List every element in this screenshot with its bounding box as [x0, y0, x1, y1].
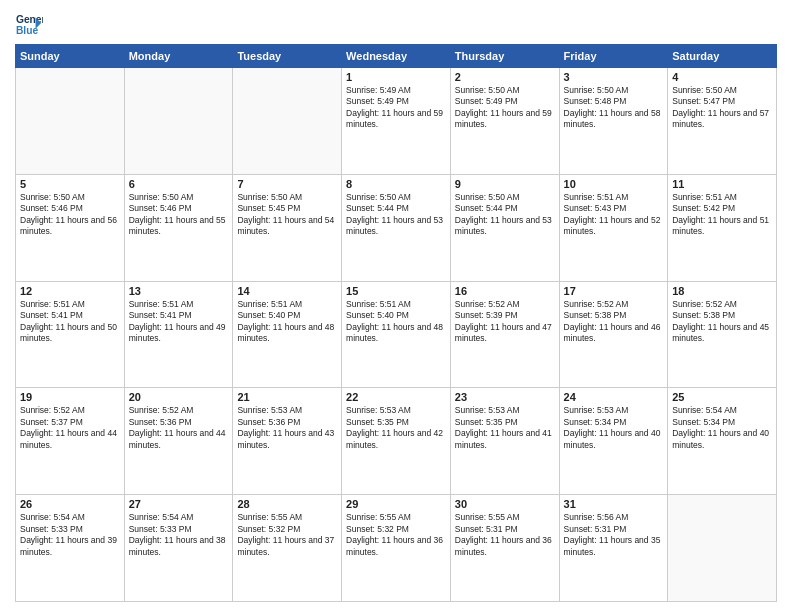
calendar-cell: 9Sunrise: 5:50 AM Sunset: 5:44 PM Daylig…	[450, 174, 559, 281]
day-detail: Sunrise: 5:52 AM Sunset: 5:38 PM Dayligh…	[564, 299, 664, 345]
calendar-table: SundayMondayTuesdayWednesdayThursdayFrid…	[15, 44, 777, 602]
svg-text:Blue: Blue	[16, 25, 39, 36]
day-detail: Sunrise: 5:50 AM Sunset: 5:44 PM Dayligh…	[455, 192, 555, 238]
day-number: 27	[129, 498, 229, 510]
day-number: 9	[455, 178, 555, 190]
day-detail: Sunrise: 5:50 AM Sunset: 5:49 PM Dayligh…	[455, 85, 555, 131]
header: General Blue	[15, 10, 777, 38]
calendar-cell	[124, 68, 233, 175]
calendar-cell: 13Sunrise: 5:51 AM Sunset: 5:41 PM Dayli…	[124, 281, 233, 388]
calendar-cell: 18Sunrise: 5:52 AM Sunset: 5:38 PM Dayli…	[668, 281, 777, 388]
day-detail: Sunrise: 5:54 AM Sunset: 5:33 PM Dayligh…	[129, 512, 229, 558]
day-detail: Sunrise: 5:50 AM Sunset: 5:48 PM Dayligh…	[564, 85, 664, 131]
calendar-cell: 23Sunrise: 5:53 AM Sunset: 5:35 PM Dayli…	[450, 388, 559, 495]
logo-icon: General Blue	[15, 10, 43, 38]
day-number: 20	[129, 391, 229, 403]
day-detail: Sunrise: 5:50 AM Sunset: 5:45 PM Dayligh…	[237, 192, 337, 238]
day-detail: Sunrise: 5:54 AM Sunset: 5:33 PM Dayligh…	[20, 512, 120, 558]
day-number: 19	[20, 391, 120, 403]
day-number: 6	[129, 178, 229, 190]
weekday-header-tuesday: Tuesday	[233, 45, 342, 68]
weekday-header-friday: Friday	[559, 45, 668, 68]
day-number: 31	[564, 498, 664, 510]
calendar-cell: 21Sunrise: 5:53 AM Sunset: 5:36 PM Dayli…	[233, 388, 342, 495]
weekday-header-sunday: Sunday	[16, 45, 125, 68]
day-detail: Sunrise: 5:51 AM Sunset: 5:40 PM Dayligh…	[237, 299, 337, 345]
calendar-cell: 14Sunrise: 5:51 AM Sunset: 5:40 PM Dayli…	[233, 281, 342, 388]
day-number: 4	[672, 71, 772, 83]
day-detail: Sunrise: 5:51 AM Sunset: 5:43 PM Dayligh…	[564, 192, 664, 238]
day-number: 17	[564, 285, 664, 297]
calendar-cell	[16, 68, 125, 175]
day-number: 23	[455, 391, 555, 403]
calendar-cell: 15Sunrise: 5:51 AM Sunset: 5:40 PM Dayli…	[342, 281, 451, 388]
day-detail: Sunrise: 5:53 AM Sunset: 5:34 PM Dayligh…	[564, 405, 664, 451]
weekday-header-row: SundayMondayTuesdayWednesdayThursdayFrid…	[16, 45, 777, 68]
day-number: 12	[20, 285, 120, 297]
calendar-cell: 24Sunrise: 5:53 AM Sunset: 5:34 PM Dayli…	[559, 388, 668, 495]
calendar-cell: 4Sunrise: 5:50 AM Sunset: 5:47 PM Daylig…	[668, 68, 777, 175]
calendar-cell: 28Sunrise: 5:55 AM Sunset: 5:32 PM Dayli…	[233, 495, 342, 602]
day-number: 8	[346, 178, 446, 190]
day-number: 11	[672, 178, 772, 190]
day-number: 13	[129, 285, 229, 297]
calendar-cell: 2Sunrise: 5:50 AM Sunset: 5:49 PM Daylig…	[450, 68, 559, 175]
calendar-cell	[668, 495, 777, 602]
calendar-cell: 20Sunrise: 5:52 AM Sunset: 5:36 PM Dayli…	[124, 388, 233, 495]
day-detail: Sunrise: 5:51 AM Sunset: 5:40 PM Dayligh…	[346, 299, 446, 345]
day-number: 26	[20, 498, 120, 510]
day-number: 18	[672, 285, 772, 297]
day-detail: Sunrise: 5:54 AM Sunset: 5:34 PM Dayligh…	[672, 405, 772, 451]
calendar-cell: 6Sunrise: 5:50 AM Sunset: 5:46 PM Daylig…	[124, 174, 233, 281]
day-detail: Sunrise: 5:51 AM Sunset: 5:41 PM Dayligh…	[129, 299, 229, 345]
day-detail: Sunrise: 5:55 AM Sunset: 5:32 PM Dayligh…	[237, 512, 337, 558]
logo: General Blue	[15, 10, 43, 38]
day-detail: Sunrise: 5:52 AM Sunset: 5:37 PM Dayligh…	[20, 405, 120, 451]
calendar-week-1: 1Sunrise: 5:49 AM Sunset: 5:49 PM Daylig…	[16, 68, 777, 175]
day-number: 10	[564, 178, 664, 190]
day-number: 22	[346, 391, 446, 403]
calendar-cell: 1Sunrise: 5:49 AM Sunset: 5:49 PM Daylig…	[342, 68, 451, 175]
calendar-cell: 26Sunrise: 5:54 AM Sunset: 5:33 PM Dayli…	[16, 495, 125, 602]
calendar-cell: 16Sunrise: 5:52 AM Sunset: 5:39 PM Dayli…	[450, 281, 559, 388]
day-detail: Sunrise: 5:52 AM Sunset: 5:36 PM Dayligh…	[129, 405, 229, 451]
calendar-cell: 7Sunrise: 5:50 AM Sunset: 5:45 PM Daylig…	[233, 174, 342, 281]
calendar-cell: 8Sunrise: 5:50 AM Sunset: 5:44 PM Daylig…	[342, 174, 451, 281]
day-number: 15	[346, 285, 446, 297]
day-number: 3	[564, 71, 664, 83]
day-number: 21	[237, 391, 337, 403]
calendar-week-4: 19Sunrise: 5:52 AM Sunset: 5:37 PM Dayli…	[16, 388, 777, 495]
calendar-cell: 25Sunrise: 5:54 AM Sunset: 5:34 PM Dayli…	[668, 388, 777, 495]
day-detail: Sunrise: 5:53 AM Sunset: 5:36 PM Dayligh…	[237, 405, 337, 451]
day-number: 14	[237, 285, 337, 297]
calendar-cell: 22Sunrise: 5:53 AM Sunset: 5:35 PM Dayli…	[342, 388, 451, 495]
calendar-week-2: 5Sunrise: 5:50 AM Sunset: 5:46 PM Daylig…	[16, 174, 777, 281]
day-detail: Sunrise: 5:50 AM Sunset: 5:47 PM Dayligh…	[672, 85, 772, 131]
day-detail: Sunrise: 5:50 AM Sunset: 5:46 PM Dayligh…	[129, 192, 229, 238]
calendar-cell: 29Sunrise: 5:55 AM Sunset: 5:32 PM Dayli…	[342, 495, 451, 602]
calendar-cell: 31Sunrise: 5:56 AM Sunset: 5:31 PM Dayli…	[559, 495, 668, 602]
weekday-header-wednesday: Wednesday	[342, 45, 451, 68]
day-detail: Sunrise: 5:51 AM Sunset: 5:41 PM Dayligh…	[20, 299, 120, 345]
day-detail: Sunrise: 5:49 AM Sunset: 5:49 PM Dayligh…	[346, 85, 446, 131]
day-number: 2	[455, 71, 555, 83]
day-detail: Sunrise: 5:50 AM Sunset: 5:44 PM Dayligh…	[346, 192, 446, 238]
day-detail: Sunrise: 5:52 AM Sunset: 5:38 PM Dayligh…	[672, 299, 772, 345]
day-number: 30	[455, 498, 555, 510]
calendar-cell: 5Sunrise: 5:50 AM Sunset: 5:46 PM Daylig…	[16, 174, 125, 281]
calendar-week-5: 26Sunrise: 5:54 AM Sunset: 5:33 PM Dayli…	[16, 495, 777, 602]
day-number: 24	[564, 391, 664, 403]
day-detail: Sunrise: 5:53 AM Sunset: 5:35 PM Dayligh…	[455, 405, 555, 451]
calendar-cell: 3Sunrise: 5:50 AM Sunset: 5:48 PM Daylig…	[559, 68, 668, 175]
calendar-cell: 17Sunrise: 5:52 AM Sunset: 5:38 PM Dayli…	[559, 281, 668, 388]
calendar-cell: 12Sunrise: 5:51 AM Sunset: 5:41 PM Dayli…	[16, 281, 125, 388]
calendar-cell: 11Sunrise: 5:51 AM Sunset: 5:42 PM Dayli…	[668, 174, 777, 281]
day-number: 1	[346, 71, 446, 83]
day-detail: Sunrise: 5:50 AM Sunset: 5:46 PM Dayligh…	[20, 192, 120, 238]
weekday-header-thursday: Thursday	[450, 45, 559, 68]
day-detail: Sunrise: 5:55 AM Sunset: 5:31 PM Dayligh…	[455, 512, 555, 558]
calendar-cell: 27Sunrise: 5:54 AM Sunset: 5:33 PM Dayli…	[124, 495, 233, 602]
day-number: 28	[237, 498, 337, 510]
calendar-week-3: 12Sunrise: 5:51 AM Sunset: 5:41 PM Dayli…	[16, 281, 777, 388]
day-number: 7	[237, 178, 337, 190]
